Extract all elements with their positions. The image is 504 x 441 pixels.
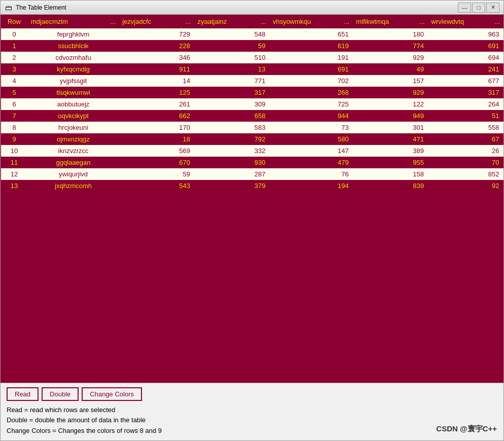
table-row[interactable]: 2cdvozmhafu346510191929694	[1, 52, 503, 63]
double-button[interactable]: Double	[42, 387, 79, 401]
cell-num-6: 677	[428, 75, 503, 87]
cell-num-4: 702	[269, 75, 352, 87]
cell-num-5: 180	[353, 28, 428, 41]
table-row[interactable]: 7oqvkcikypt66265894494951	[1, 110, 503, 122]
cell-row-num: 2	[1, 52, 28, 63]
table-row[interactable]: 12ywiqurjivd5928776158852	[1, 168, 503, 180]
col-header-4[interactable]: vhsyowmkqu ...	[269, 15, 352, 28]
cell-num-4: 194	[269, 180, 352, 192]
cell-row-num: 8	[1, 122, 28, 133]
table-row[interactable]: 1ssucbhlcik22859619774691	[1, 40, 503, 52]
info-line-3: Change Colors = Changes the colors of ro…	[7, 426, 497, 436]
cell-num-5: 955	[353, 157, 428, 168]
cell-num-5: 301	[353, 122, 428, 133]
cell-num-3: 317	[194, 87, 269, 98]
cell-num-4: 191	[269, 52, 352, 63]
cell-num-5: 49	[353, 63, 428, 75]
cell-num-5: 774	[353, 40, 428, 52]
cell-num-4: 479	[269, 157, 352, 168]
table-row[interactable]: 5tlsqkwumwi125317268929317	[1, 87, 503, 98]
title-bar: 🗃 The Table Element — □ ✕	[1, 1, 503, 15]
cell-num-4: 619	[269, 40, 352, 52]
cell-num-3: 792	[194, 133, 269, 145]
col-header-1[interactable]: mdjaecmzlm ...	[27, 15, 119, 28]
cell-num-3: 548	[194, 28, 269, 41]
col-header-6[interactable]: wrvlewdvtq ...	[428, 15, 503, 28]
cell-num-5: 471	[353, 133, 428, 145]
cell-num-5: 389	[353, 145, 428, 157]
cell-num-4: 147	[269, 145, 352, 157]
cell-num-4: 580	[269, 133, 352, 145]
cell-num-3: 309	[194, 98, 269, 110]
button-row: Read Double Change Colors	[7, 387, 497, 401]
col-header-3[interactable]: zyaatjainz ...	[194, 15, 269, 28]
cell-num-4: 651	[269, 28, 352, 41]
cell-num-6: 852	[428, 168, 503, 180]
cell-num-4: 268	[269, 87, 352, 98]
cell-string: jxqhzmcomh	[27, 180, 119, 192]
cell-string: ssucbhlcik	[27, 40, 119, 52]
table-row[interactable]: 10iknzvzrzcc56933214738926	[1, 145, 503, 157]
cell-string: aobbutuejz	[27, 98, 119, 110]
table-row[interactable]: 0feprghklvm729548651180963	[1, 28, 503, 41]
cell-row-num: 12	[1, 168, 28, 180]
cell-num-2: 18	[119, 133, 194, 145]
cell-num-6: 694	[428, 52, 503, 63]
cell-num-6: 26	[428, 145, 503, 157]
table-row[interactable]: 6aobbutuejz261309725122264	[1, 98, 503, 110]
cell-num-6: 51	[428, 110, 503, 122]
cell-num-3: 583	[194, 122, 269, 133]
cell-string: feprghklvm	[27, 28, 119, 41]
col-header-row[interactable]: Row	[1, 15, 28, 28]
window-icon: 🗃	[5, 4, 13, 12]
col-header-2[interactable]: jezvjadcfc ...	[119, 15, 194, 28]
cell-num-4: 73	[269, 122, 352, 133]
table-row[interactable]: 4yvjpfssgit14771702157677	[1, 75, 503, 87]
cell-num-2: 569	[119, 145, 194, 157]
minimize-button[interactable]: —	[458, 3, 471, 13]
cell-num-5: 122	[353, 98, 428, 110]
table-row[interactable]: 8hrcjokeuni17058373301558	[1, 122, 503, 133]
maximize-button[interactable]: □	[472, 3, 485, 13]
cell-row-num: 3	[1, 63, 28, 75]
table-row[interactable]: 3kyfxqcmdig9111369149241	[1, 63, 503, 75]
cell-num-2: 125	[119, 87, 194, 98]
window-controls: — □ ✕	[458, 3, 499, 13]
cell-num-2: 662	[119, 110, 194, 122]
cell-num-4: 691	[269, 63, 352, 75]
cell-string: ywiqurjivd	[27, 168, 119, 180]
data-table: Row mdjaecmzlm ... jezvjadcfc ...	[1, 15, 503, 192]
cell-num-2: 261	[119, 98, 194, 110]
cell-string: kyfxqcmdig	[27, 63, 119, 75]
table-row[interactable]: 9ojmxnziqgz1879258047167	[1, 133, 503, 145]
watermark: CSDN @寰宇C++	[436, 424, 497, 434]
table-row[interactable]: 13jxqhzmcomh54337919483992	[1, 180, 503, 192]
cell-num-2: 228	[119, 40, 194, 52]
cell-string: ojmxnziqgz	[27, 133, 119, 145]
cell-num-3: 510	[194, 52, 269, 63]
bottom-panel: Read Double Change Colors Read = read wh…	[1, 383, 503, 440]
cell-num-5: 929	[353, 87, 428, 98]
cell-num-6: 963	[428, 28, 503, 41]
cell-row-num: 7	[1, 110, 28, 122]
cell-num-3: 658	[194, 110, 269, 122]
cell-num-5: 157	[353, 75, 428, 87]
main-window: 🗃 The Table Element — □ ✕ Row mdjaecmzlm…	[0, 0, 504, 441]
cell-num-6: 264	[428, 98, 503, 110]
table-container[interactable]: Row mdjaecmzlm ... jezvjadcfc ...	[1, 15, 503, 383]
cell-row-num: 0	[1, 28, 28, 41]
cell-string: iknzvzrzcc	[27, 145, 119, 157]
close-button[interactable]: ✕	[486, 3, 499, 13]
change-colors-button[interactable]: Change Colors	[82, 387, 142, 401]
cell-num-2: 543	[119, 180, 194, 192]
cell-string: hrcjokeuni	[27, 122, 119, 133]
cell-num-6: 558	[428, 122, 503, 133]
col-header-5[interactable]: mlfikwtmqa ...	[353, 15, 428, 28]
window-title: The Table Element	[16, 4, 458, 11]
table-row[interactable]: 11ggqlaaegan67093047995570	[1, 157, 503, 168]
info-line-2: Double = double the amount of data in th…	[7, 415, 497, 426]
cell-string: ggqlaaegan	[27, 157, 119, 168]
cell-string: oqvkcikypt	[27, 110, 119, 122]
read-button[interactable]: Read	[7, 387, 39, 401]
cell-num-3: 332	[194, 145, 269, 157]
